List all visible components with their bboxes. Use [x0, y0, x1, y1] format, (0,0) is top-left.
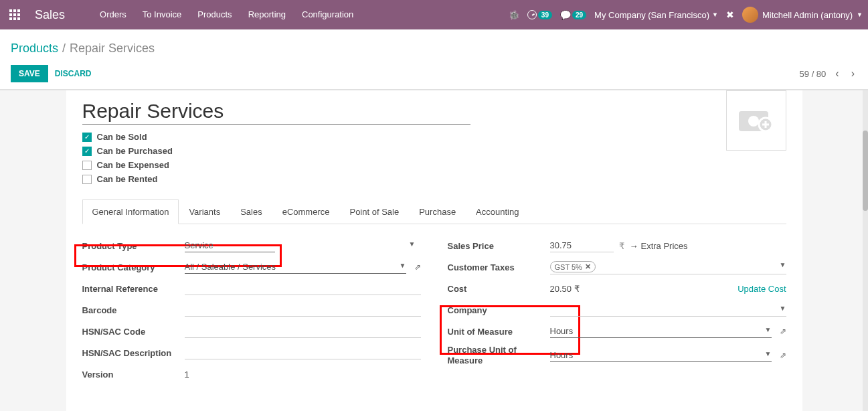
hsn-desc-input[interactable] [185, 346, 421, 359]
uom-label: Unit of Measure [448, 327, 545, 337]
barcode-label: Barcode [82, 305, 179, 315]
breadcrumb: Products / Repair Services [11, 36, 857, 62]
product-type-label: Product Type [82, 241, 179, 251]
avatar [742, 7, 758, 23]
can-be-expensed-label[interactable]: Can be Expensed [97, 160, 169, 170]
internal-reference-input[interactable] [185, 282, 421, 295]
customer-taxes-select[interactable]: GST 5%✕ [550, 260, 786, 274]
checkbox-group: ✓ Can be Sold ✓ Can be Purchased Can be … [82, 130, 786, 186]
customer-taxes-label: Customer Taxes [448, 262, 545, 272]
internal-reference-label: Internal Reference [82, 284, 179, 294]
can-be-purchased-label[interactable]: Can be Purchased [97, 146, 173, 156]
version-value: 1 [185, 369, 421, 380]
product-type-select[interactable] [185, 239, 275, 252]
tabs: General Information Variants Sales eComm… [82, 199, 786, 224]
svg-point-1 [748, 116, 759, 127]
tax-tag: GST 5%✕ [550, 261, 596, 272]
discard-button[interactable]: DISCARD [55, 69, 92, 78]
sales-price-input[interactable] [550, 239, 614, 252]
menu-to-invoice[interactable]: To Invoice [135, 0, 190, 29]
can-be-purchased-checkbox[interactable]: ✓ [82, 147, 92, 156]
pager-next-icon[interactable]: › [849, 65, 857, 82]
version-label: Version [82, 369, 179, 380]
settings-icon[interactable]: ✖ [726, 9, 734, 20]
menu-configuration[interactable]: Configuration [294, 0, 361, 29]
uom-select[interactable] [550, 325, 772, 338]
caret-down-icon: ▼ [409, 240, 416, 248]
menu-products[interactable]: Products [189, 0, 240, 29]
purchase-uom-select[interactable] [550, 349, 772, 362]
form-sheet: ✓ Can be Sold ✓ Can be Purchased Can be … [66, 90, 802, 411]
activities-icon[interactable]: 39 [527, 10, 552, 19]
pager: 59 / 80 ‹ › [800, 65, 857, 82]
control-panel: Products / Repair Services SAVE DISCARD … [0, 29, 868, 90]
messages-icon[interactable]: 29 [560, 10, 586, 20]
tab-variants[interactable]: Variants [179, 199, 230, 224]
cost-value: 20.50 ₹ [550, 284, 733, 294]
tab-ecommerce[interactable]: eCommerce [272, 199, 340, 224]
tab-accounting[interactable]: Accounting [466, 199, 529, 224]
menu-bar: Orders To Invoice Products Reporting Con… [92, 0, 361, 29]
tab-general-information[interactable]: General Information [82, 199, 179, 224]
extra-prices-button[interactable]: →Extra Prices [630, 241, 688, 251]
can-be-expensed-checkbox[interactable] [82, 161, 92, 170]
product-name-input[interactable] [82, 98, 470, 125]
pager-position[interactable]: 59 / 80 [800, 69, 827, 79]
top-navbar: Sales Orders To Invoice Products Reporti… [0, 0, 868, 29]
tag-remove-icon[interactable]: ✕ [585, 262, 591, 271]
product-category-select[interactable] [185, 260, 406, 274]
breadcrumb-parent[interactable]: Products [11, 42, 58, 56]
company-select[interactable] [550, 303, 786, 317]
tab-sales[interactable]: Sales [230, 199, 272, 224]
left-column: Product Type ▼ Product Category ▼ [82, 238, 421, 388]
company-label: Company [448, 305, 545, 315]
company-selector[interactable]: My Company (San Francisco)▼ [594, 10, 718, 20]
activities-badge: 39 [538, 11, 552, 19]
can-be-sold-checkbox[interactable]: ✓ [82, 133, 92, 142]
messages-badge: 29 [572, 11, 586, 19]
tab-purchase[interactable]: Purchase [409, 199, 466, 224]
pager-prev-icon[interactable]: ‹ [833, 65, 841, 82]
can-be-sold-label[interactable]: Can be Sold [97, 132, 147, 142]
save-button[interactable]: SAVE [11, 65, 48, 82]
right-column: Sales Price ₹ →Extra Prices Customer Tax… [448, 238, 786, 388]
hsn-code-label: HSN/SAC Code [82, 327, 179, 337]
topbar-right: 39 29 My Company (San Francisco)▼ ✖ Mitc… [509, 7, 863, 23]
user-menu[interactable]: Mitchell Admin (antony) ▼ [742, 7, 863, 23]
product-category-label: Product Category [82, 262, 179, 272]
external-link-icon[interactable]: ⇗ [780, 351, 786, 360]
external-link-icon[interactable]: ⇗ [780, 327, 786, 336]
can-be-rented-label[interactable]: Can be Rented [97, 174, 158, 184]
image-upload[interactable] [726, 90, 786, 151]
tab-point-of-sale[interactable]: Point of Sale [339, 199, 409, 224]
external-link-icon[interactable]: ⇗ [414, 262, 421, 272]
update-cost-link[interactable]: Update Cost [737, 284, 786, 294]
action-row: SAVE DISCARD 59 / 80 ‹ › [11, 62, 857, 89]
menu-reporting[interactable]: Reporting [240, 0, 294, 29]
sales-price-label: Sales Price [448, 241, 545, 251]
currency-symbol: ₹ [619, 241, 624, 251]
barcode-input[interactable] [185, 303, 421, 317]
breadcrumb-current: Repair Services [70, 42, 155, 56]
hsn-desc-label: HSN/SAC Description [82, 348, 179, 358]
hsn-code-input[interactable] [185, 325, 421, 338]
menu-orders[interactable]: Orders [92, 0, 135, 29]
can-be-rented-checkbox[interactable] [82, 175, 92, 184]
cost-label: Cost [448, 284, 545, 294]
breadcrumb-separator: / [62, 42, 66, 56]
form-content: ✓ Can be Sold ✓ Can be Purchased Can be … [0, 90, 868, 411]
apps-icon[interactable] [5, 5, 24, 24]
purchase-uom-label: Purchase Unit of Measure [448, 345, 545, 365]
debug-icon[interactable] [509, 10, 519, 20]
module-name[interactable]: Sales [35, 8, 65, 22]
